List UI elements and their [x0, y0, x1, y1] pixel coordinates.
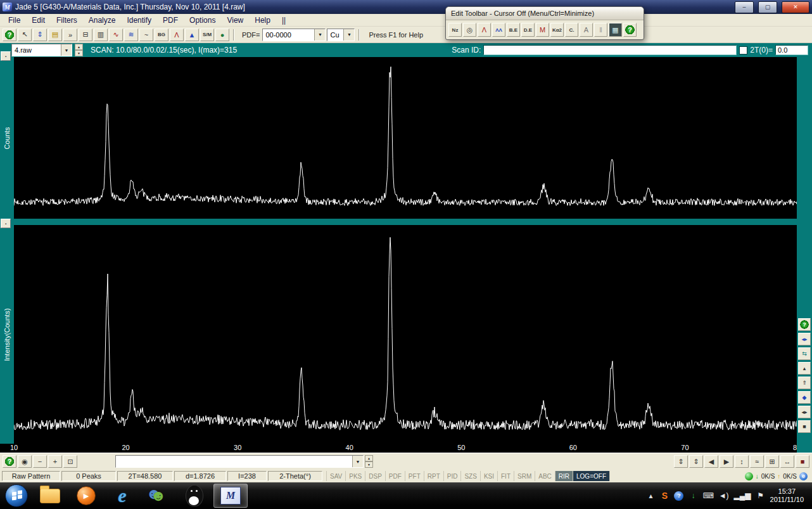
- profile-fit-icon[interactable]: Λ: [170, 29, 184, 41]
- cursor-nz-icon[interactable]: Nz: [448, 23, 462, 37]
- chevron-down-icon[interactable]: ▼: [343, 29, 354, 41]
- menu-analyze[interactable]: Analyze: [83, 15, 122, 26]
- zoom-in-icon[interactable]: +: [48, 455, 62, 468]
- sogou-input-icon[interactable]: S: [660, 491, 669, 501]
- pan-left-right-icon[interactable]: ◂▸: [798, 333, 811, 345]
- toggle-rpt[interactable]: RPT: [424, 471, 444, 481]
- web-globe-icon[interactable]: ●: [215, 29, 229, 41]
- pane-restore-button-bottom[interactable]: ▪: [1, 219, 11, 228]
- browser-ball-icon[interactable]: e: [799, 472, 808, 480]
- tray-help-icon[interactable]: ?: [674, 491, 683, 501]
- peak-cursor-icon[interactable]: Λ: [478, 23, 491, 37]
- amorphous-icon[interactable]: A: [580, 23, 593, 37]
- stop-icon[interactable]: ■: [798, 420, 811, 433]
- stop-redraw-icon[interactable]: ■: [796, 455, 809, 468]
- volume-icon[interactable]: ◄): [719, 491, 729, 501]
- pattern-pane-top[interactable]: [14, 57, 797, 219]
- grid-icon[interactable]: ▦: [609, 23, 622, 37]
- overlay-patterns-icon[interactable]: ∿: [109, 29, 123, 41]
- display-mode-segment[interactable]: Raw Pattern: [2, 471, 60, 481]
- menu-help[interactable]: Help: [249, 15, 276, 26]
- pane-divider[interactable]: [14, 219, 797, 225]
- help-icon[interactable]: ?: [3, 29, 16, 41]
- menu-pdf[interactable]: PDF: [157, 15, 184, 26]
- next-scan-icon[interactable]: ▶: [720, 455, 733, 468]
- tray-expand-icon[interactable]: ▴: [646, 491, 655, 501]
- toggle-rir[interactable]: RIR: [555, 471, 573, 481]
- menu-file[interactable]: File: [3, 15, 26, 26]
- menu-edit[interactable]: Edit: [26, 15, 51, 26]
- action-flag-icon[interactable]: ⚑: [756, 491, 765, 501]
- tile-panes-icon[interactable]: ⊞: [765, 455, 779, 468]
- cursor-track-icon[interactable]: ◉: [18, 455, 32, 468]
- bars-icon[interactable]: ‖: [594, 23, 607, 37]
- spin-down-icon[interactable]: ▼: [75, 50, 83, 56]
- qq-button[interactable]: [177, 484, 212, 508]
- chevron-down-icon[interactable]: ▼: [314, 29, 325, 41]
- spin-updown-b-icon[interactable]: ⇕: [689, 455, 703, 468]
- anode-combo[interactable]: Cu ▼: [327, 29, 355, 41]
- axis-unit-segment[interactable]: 2-Theta(°): [268, 471, 322, 481]
- toggle-fit[interactable]: FIT: [498, 471, 514, 481]
- scroll-up-icon[interactable]: ▴: [798, 362, 811, 375]
- expand-horizontal-icon[interactable]: ⇆: [798, 347, 811, 360]
- zoom-out-icon[interactable]: −: [33, 455, 47, 468]
- zoom-vertical-icon[interactable]: ⇕: [33, 29, 47, 41]
- background-fit-icon[interactable]: BG: [155, 29, 168, 41]
- peak-label-icon[interactable]: ▲: [185, 29, 199, 41]
- menu-identify[interactable]: Identify: [121, 15, 157, 26]
- maximize-button[interactable]: ▢: [758, 1, 777, 13]
- close-button[interactable]: ✕: [782, 1, 809, 13]
- edit-toolbar-window[interactable]: Edit Toolbar - Cursor Off (Menu/Ctrl=Min…: [445, 6, 644, 40]
- pattern-pane-bottom[interactable]: [14, 225, 797, 444]
- start-button[interactable]: [2, 484, 31, 508]
- phase-list-combo[interactable]: ▼: [115, 455, 364, 468]
- toggle-sav[interactable]: SAV: [327, 471, 346, 481]
- data-edit-icon[interactable]: D.E: [521, 23, 535, 37]
- fit-view-icon[interactable]: ⊡: [63, 455, 77, 468]
- toggle-srm[interactable]: SRM: [514, 471, 535, 481]
- spin-down-icon[interactable]: ▼: [365, 461, 373, 468]
- taskbar-clock[interactable]: 15:37 2011/11/10: [768, 487, 810, 504]
- contacts-button[interactable]: ☻: [141, 484, 175, 508]
- toggle-pdf[interactable]: PDF: [386, 471, 405, 481]
- two-theta-zero-checkbox[interactable]: [739, 46, 747, 55]
- toggle-abc[interactable]: ABC: [535, 471, 555, 481]
- wave-display-icon[interactable]: ≈: [750, 455, 764, 468]
- spin-up-icon[interactable]: ▲: [75, 44, 83, 50]
- chevron-down-icon[interactable]: ▼: [61, 44, 72, 56]
- ka2-strip-icon[interactable]: Kα2: [550, 23, 564, 37]
- spin-up-icon[interactable]: ▲: [365, 455, 373, 461]
- spin-updown-a-icon[interactable]: ⇕: [674, 455, 688, 468]
- toggle-dsp[interactable]: DSP: [365, 471, 386, 481]
- menu-view[interactable]: View: [221, 15, 249, 26]
- print-icon[interactable]: ⊟: [79, 29, 92, 41]
- pane-restore-button-top[interactable]: ▪: [1, 51, 11, 61]
- expand-vertical-icon[interactable]: ↕: [735, 455, 749, 468]
- toggle-szs[interactable]: SZS: [461, 471, 480, 481]
- toggle-pid[interactable]: PID: [444, 471, 462, 481]
- help-icon[interactable]: ?: [798, 318, 811, 331]
- page-up-icon[interactable]: ⇑: [798, 377, 811, 389]
- chevron-down-icon[interactable]: ▼: [352, 456, 363, 467]
- scan-file-spinner[interactable]: ▲▼: [75, 44, 83, 56]
- background-edit-icon[interactable]: B.E: [507, 23, 520, 37]
- toggle-pft[interactable]: PFT: [405, 471, 424, 481]
- ime-keyboard-icon[interactable]: ⌨: [702, 491, 713, 501]
- media-player-button[interactable]: ▶: [69, 484, 103, 508]
- pan-view-icon[interactable]: ◂▸: [798, 406, 811, 418]
- jade-app-button[interactable]: M: [213, 484, 248, 508]
- toggle-pks[interactable]: PKS: [346, 471, 365, 481]
- prev-scan-icon[interactable]: ◀: [704, 455, 718, 468]
- twin-peaks-icon[interactable]: ΛΛ: [492, 23, 505, 37]
- download-tray-icon[interactable]: ↓: [688, 491, 697, 501]
- stack-patterns-icon[interactable]: ≋: [124, 29, 138, 41]
- sm-filter-icon[interactable]: S/M: [200, 29, 214, 41]
- smooth-icon[interactable]: ~: [139, 29, 153, 41]
- scan-id-input[interactable]: [483, 45, 737, 55]
- toggle-logoff[interactable]: LOG=OFF: [573, 471, 610, 481]
- edit-toolbar-title-bar[interactable]: Edit Toolbar - Cursor Off (Menu/Ctrl=Min…: [446, 7, 644, 20]
- minimize-button[interactable]: –: [735, 1, 754, 13]
- explorer-folder-button[interactable]: [33, 484, 67, 508]
- scan-file-combo[interactable]: 4.raw ▼: [11, 44, 72, 56]
